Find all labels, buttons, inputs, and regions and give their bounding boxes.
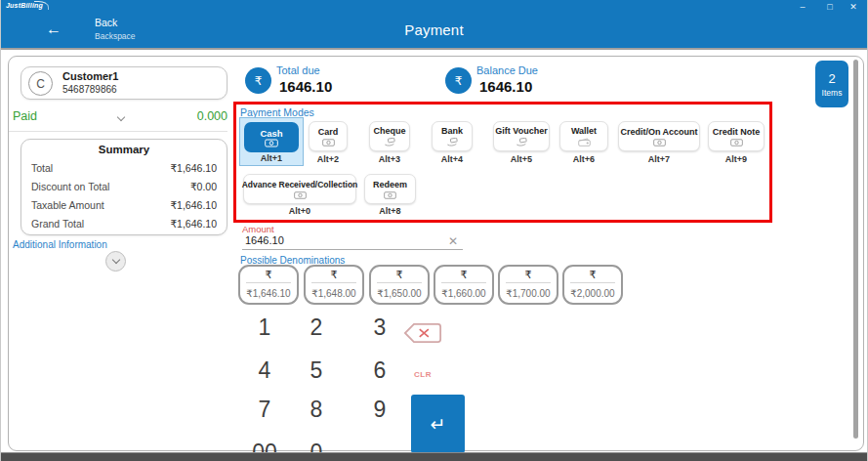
total-due-label: Total due	[276, 64, 320, 76]
vertical-scrollbar[interactable]	[853, 60, 858, 439]
mode-label: Card	[318, 127, 339, 138]
items-count-button[interactable]: 2 Items	[815, 61, 848, 107]
rupee-symbol: ₹	[506, 267, 551, 283]
mode-label: Cheque	[373, 126, 405, 137]
denomination-button[interactable]: ₹ ₹2,000.00	[562, 265, 623, 305]
numpad-key-7[interactable]: 7	[247, 397, 282, 422]
mode-shortcut: Alt+6	[559, 154, 608, 164]
summary-row-taxable: Taxable Amount ₹1,646.10	[31, 195, 217, 214]
numpad-key-9[interactable]: 9	[362, 397, 397, 422]
numpad-key-3[interactable]: 3	[362, 314, 397, 340]
summary-label: Total	[31, 162, 53, 174]
expand-button[interactable]	[105, 251, 126, 272]
payment-mode-advance-button[interactable]: Advance Received/Collection	[243, 174, 356, 204]
mode-label: Advance Received/Collection	[242, 180, 358, 190]
summary-row-discount: Discount on Total ₹0.00	[31, 177, 217, 195]
banknote-icon	[653, 139, 666, 147]
summary-value: ₹1,646.10	[170, 162, 217, 174]
close-button[interactable]: ✕	[846, 0, 861, 14]
payment-mode-cash-button[interactable]: Cash	[244, 122, 299, 152]
summary-value: ₹1,646.10	[170, 199, 217, 211]
maximize-button[interactable]: □	[822, 0, 838, 14]
mode-shortcut: Alt+5	[493, 154, 550, 164]
summary-row-total: Total ₹1,646.10	[31, 158, 217, 177]
mode-label: Credit Note	[713, 127, 761, 138]
mode-shortcut: Alt+4	[432, 154, 473, 164]
hand-cash-icon	[516, 138, 528, 147]
customer-card[interactable]: C Customer1 5468789866	[21, 66, 227, 100]
denomination-button[interactable]: ₹ ₹1,650.00	[369, 265, 430, 305]
app-window: JustBilling – □ ✕ ← Back Backspace Payme…	[0, 0, 868, 461]
numpad-key-4[interactable]: 4	[247, 357, 282, 383]
payment-mode-card-button[interactable]: Card	[309, 121, 348, 151]
mode-shortcut: Alt+3	[369, 154, 410, 164]
banknote-icon	[730, 139, 743, 147]
mode-shortcut: Alt+0	[243, 206, 356, 216]
items-label: Items	[822, 88, 843, 98]
summary-label: Discount on Total	[31, 181, 109, 192]
enter-button[interactable]: ↵	[411, 395, 465, 453]
additional-information-link[interactable]: Additional Information	[13, 239, 107, 250]
mode-shortcut: Alt+8	[364, 206, 416, 216]
amount-input[interactable]	[242, 234, 463, 250]
title-bar: JustBilling – □ ✕	[1, 0, 867, 14]
payment-mode-cheque-button[interactable]: Cheque	[369, 121, 410, 151]
customer-avatar: C	[28, 71, 53, 96]
denomination-button[interactable]: ₹ ₹1,660.00	[434, 265, 494, 305]
clear-amount-icon[interactable]: ✕	[448, 234, 458, 248]
banknote-icon	[322, 139, 335, 147]
rupee-icon: ₹	[445, 67, 472, 94]
payment-mode-cash-selected[interactable]: Cash Alt+1	[239, 117, 304, 166]
numpad-key-6[interactable]: 6	[362, 357, 397, 383]
denomination-value: ₹1,646.10	[240, 283, 297, 303]
clear-button[interactable]: CLR	[403, 370, 442, 379]
denomination-value: ₹1,700.00	[500, 283, 557, 303]
summary-card: Summary Total ₹1,646.10 Discount on Tota…	[21, 139, 227, 235]
banknote-icon	[384, 191, 396, 199]
rupee-symbol: ₹	[246, 267, 291, 283]
numpad-key-2[interactable]: 2	[299, 314, 334, 340]
minimize-button[interactable]: –	[795, 0, 810, 14]
paid-value: 0.000	[157, 109, 227, 123]
denomination-button[interactable]: ₹ ₹1,700.00	[498, 265, 558, 305]
payment-mode-credit-on-account-button[interactable]: Credit/On Account	[618, 121, 700, 151]
nav-bar: ← Back Backspace Payment	[1, 14, 867, 50]
payment-mode-bank-button[interactable]: Bank	[432, 121, 473, 151]
wallet-icon	[578, 138, 591, 147]
mode-shortcut: Alt+7	[618, 154, 700, 164]
denomination-button[interactable]: ₹ ₹1,648.00	[304, 265, 364, 305]
mode-label: Cash	[260, 128, 282, 139]
window-bottom-edge	[1, 452, 867, 461]
items-count: 2	[828, 71, 835, 86]
rupee-icon: ₹	[245, 67, 271, 94]
mode-label: Gift Voucher	[495, 126, 547, 137]
payment-mode-gift-voucher-button[interactable]: Gift Voucher	[493, 121, 550, 151]
denomination-value: ₹1,650.00	[371, 283, 428, 303]
banknote-icon	[294, 191, 307, 199]
payment-mode-wallet-button[interactable]: Wallet	[559, 121, 608, 151]
mode-shortcut: Alt+9	[708, 154, 765, 164]
mode-label: Wallet	[571, 126, 597, 137]
summary-label: Grand Total	[31, 218, 84, 230]
amount-label: Amount	[242, 224, 274, 234]
denomination-value: ₹1,660.00	[435, 283, 492, 303]
numpad-key-5[interactable]: 5	[299, 357, 334, 383]
payment-mode-redeem-button[interactable]: Redeem	[364, 174, 416, 204]
payment-mode-credit-note-button[interactable]: Credit Note	[708, 121, 765, 151]
numpad-key-1[interactable]: 1	[247, 314, 282, 340]
backspace-icon[interactable]	[402, 322, 443, 348]
customer-phone: 5468789866	[62, 84, 117, 95]
summary-value: ₹1,646.10	[170, 218, 217, 230]
total-due-value: 1646.10	[279, 78, 332, 95]
rupee-symbol: ₹	[570, 267, 615, 283]
numpad-key-8[interactable]: 8	[299, 397, 334, 422]
summary-row-grand-total: Grand Total ₹1,646.10	[31, 214, 217, 232]
hand-cash-icon	[384, 138, 396, 147]
denomination-button[interactable]: ₹ ₹1,646.10	[238, 265, 299, 305]
rupee-symbol: ₹	[311, 267, 356, 283]
denomination-value: ₹2,000.00	[564, 283, 621, 303]
app-logo: JustBilling	[6, 2, 43, 9]
banknote-icon	[265, 139, 278, 147]
denomination-value: ₹1,648.00	[306, 283, 362, 303]
mode-label: Redeem	[373, 180, 407, 190]
